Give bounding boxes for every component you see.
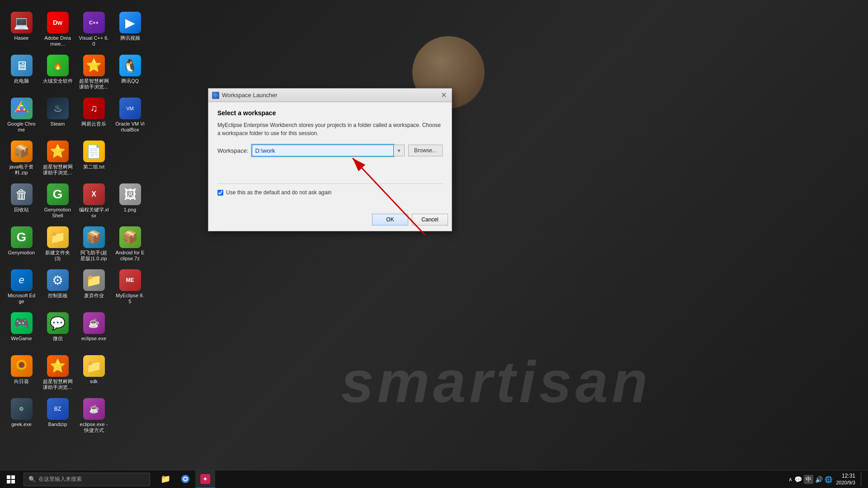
taskbar-app-git[interactable]: ✦ — [195, 470, 215, 488]
desktop-icon-eclipse[interactable]: ☕ eclipse.exe — [77, 310, 111, 350]
desktop-icon-netease[interactable]: ♫ 网易云音乐 — [77, 95, 111, 136]
desktop-icon-mycomputer[interactable]: 🖥 此电脑 — [5, 52, 38, 93]
genymotion2-label: Genymotion — [8, 250, 35, 256]
dialog-description: MyEclipse Enterprise Workbench stores yo… — [217, 121, 443, 137]
desktop-icon-bandizip[interactable]: BZ Bandizip — [41, 395, 75, 436]
dialog-titlebar[interactable]: 🔷 Workspace Launcher ✕ — [208, 89, 452, 102]
smartisan-watermark: smartisan — [341, 348, 651, 416]
wegame-label: WeGame — [11, 336, 32, 342]
360-label: 火绒安全软件 — [43, 78, 73, 84]
desktop-icon-genymotion-shell[interactable]: G Genymotion Shell — [41, 181, 75, 221]
recyclebin-icon: 🗑 — [11, 183, 33, 205]
msedge-label: Microsoft Edge — [6, 293, 37, 305]
desktop-icon-png[interactable]: 🖼 1.png — [113, 181, 147, 221]
sdk-label: sdk — [90, 379, 98, 385]
workspace-input[interactable] — [252, 145, 394, 156]
cancel-button[interactable]: Cancel — [412, 214, 448, 225]
chaostar-icon: ⭐ — [83, 55, 105, 76]
start-button[interactable] — [0, 470, 22, 488]
desktop-icon-controlpanel[interactable]: ⚙ 控制面板 — [41, 267, 75, 307]
xiangri-icon: 🌻 — [11, 355, 33, 377]
dialog-buttons: OK Cancel — [208, 210, 452, 231]
keyword-xlsx-label: 编程关键字.xlsx — [79, 207, 109, 219]
taskbar-search-placeholder: 在这里输入来搜索 — [38, 475, 82, 483]
desktop-icon-geek[interactable]: ⚙ geek.exe — [5, 395, 38, 436]
desktop: smartisan 💻 Hasee Dw Adobe Dreamwe... C+… — [0, 0, 868, 470]
clock-time: 12:31 — [842, 473, 855, 480]
myeclipse-icon: ME — [119, 269, 141, 291]
desktop-icon-afei[interactable]: 📦 阿飞助手(超星版)1.0.zip — [77, 224, 111, 264]
desktop-icon-hasee[interactable]: 💻 Hasee — [5, 9, 38, 50]
dialog-title-text: Workspace Launcher — [222, 92, 439, 99]
desktop-icon-wechat[interactable]: 💬 微信 — [41, 310, 75, 350]
desktop-icon-sdk[interactable]: 📁 sdk — [77, 352, 111, 393]
oraclevm-label: Oracle VM VirtualBox — [115, 121, 145, 133]
msedge-icon: e — [11, 269, 33, 291]
desktop-icon-steam[interactable]: ♨ Steam — [41, 95, 75, 136]
workspace-dropdown-button[interactable]: ▼ — [394, 145, 405, 156]
taskbar-right: ∧ 💬 中 🔊 🌐 12:31 2020/9/3 — [788, 472, 868, 487]
taskbar-app-file-explorer[interactable]: 📁 — [156, 470, 175, 488]
desktop-icon-newfile3[interactable]: 📁 新建文件夹(3) — [41, 224, 75, 264]
desktop-icon-oraclevm[interactable]: VM Oracle VM VirtualBox — [113, 95, 147, 136]
wechat-label: 微信 — [53, 336, 63, 342]
browse-button[interactable]: Browse... — [408, 145, 443, 156]
oraclevm-icon: VM — [119, 98, 141, 119]
desktop-icon-adobe[interactable]: Dw Adobe Dreamwe... — [41, 9, 75, 50]
desktop-icon-android[interactable]: 📦 Android for Eclipse.7z — [113, 224, 147, 264]
desktop-icon-chaostar2[interactable]: ⭐ 超星智慧树网课助手浏览... — [41, 138, 75, 178]
desktop-icon-googlechrome[interactable]: Google Chrome — [5, 95, 38, 136]
default-workspace-label: Use this as the default and do not ask a… — [226, 189, 332, 196]
desktop-icon-wegame[interactable]: 🎮 WeGame — [5, 310, 38, 350]
netease-icon: ♫ — [83, 98, 105, 119]
desktop-icon-360[interactable]: 🔥 火绒安全软件 — [41, 52, 75, 93]
chrome-taskbar-icon — [180, 474, 191, 484]
newfile3-icon: 📁 — [47, 226, 69, 248]
desktop-icon-homework[interactable]: 📁 废弃作业 — [77, 267, 111, 307]
desktop-icon-xiangri[interactable]: 🌻 向日葵 — [5, 352, 38, 393]
geek-label: geek.exe — [11, 422, 32, 427]
show-desktop-button[interactable] — [861, 472, 863, 487]
controlpanel-label: 控制面板 — [48, 293, 68, 299]
taskbar-app-chrome[interactable] — [175, 470, 195, 488]
file-explorer-icon: 📁 — [160, 474, 171, 484]
desktop-icon-file2txt[interactable]: 📄 第二组.txt — [77, 138, 111, 178]
tray-language-icon[interactable]: 中 — [804, 475, 813, 484]
dialog-title-icon: 🔷 — [212, 92, 219, 99]
workspace-row: Workspace: ▼ Browse... — [217, 145, 443, 156]
svg-rect-6 — [11, 475, 15, 479]
desktop-icon-visualcpp[interactable]: C++ Visual C++ 6.0 — [77, 9, 111, 50]
desktop-icon-chaostar3[interactable]: ⭐ 超星智慧树网课助手浏览... — [41, 352, 75, 393]
desktop-icon-chaostar[interactable]: ⭐ 超星智慧树网课助手浏览... — [77, 52, 111, 93]
chaostar2-label: 超星智慧树网课助手浏览... — [42, 164, 73, 176]
desktop-icon-javazip[interactable]: 📦 java电子资料.zip — [5, 138, 38, 178]
360-icon: 🔥 — [47, 55, 69, 76]
taskbar-time[interactable]: 12:31 2020/9/3 — [836, 473, 855, 486]
tray-network-icon[interactable]: 🌐 — [825, 476, 832, 483]
tray-chat-icon[interactable]: 💬 — [794, 476, 802, 483]
tray-expand-icon[interactable]: ∧ — [788, 476, 793, 483]
ok-button[interactable]: OK — [372, 214, 408, 225]
desktop-icon-eclipse-link[interactable]: ☕ eclipse.exe - 快捷方式 — [77, 395, 111, 436]
keyword-xlsx-icon: X — [83, 183, 105, 205]
desktop-icon-genymotion2[interactable]: G Genymotion — [5, 224, 38, 264]
default-workspace-checkbox[interactable] — [217, 190, 223, 196]
homework-icon: 📁 — [83, 269, 105, 291]
taskbar-search[interactable]: 🔍 在这里输入来搜索 — [24, 473, 150, 486]
desktop-icon-tencentvideo[interactable]: ▶ 腾讯视频 — [113, 9, 147, 50]
desktop-icon-keyword-xlsx[interactable]: X 编程关键字.xlsx — [77, 181, 111, 221]
dialog-close-button[interactable]: ✕ — [439, 91, 448, 100]
bandizip-icon: BZ — [47, 398, 69, 420]
git-taskbar-icon: ✦ — [200, 474, 210, 484]
desktop-icon-recyclebin[interactable]: 🗑 回收站 — [5, 181, 38, 221]
desktop-icon-myeclipse[interactable]: ME MyEclipse 8.5 — [113, 267, 147, 307]
dialog-heading: Select a workspace — [217, 109, 443, 117]
tencentqq-label: 腾讯QQ — [121, 78, 139, 84]
desktop-icon-tencentqq[interactable]: 🐧 腾讯QQ — [113, 52, 147, 93]
svg-rect-7 — [7, 480, 10, 483]
desktop-icon-msedge[interactable]: e Microsoft Edge — [5, 267, 38, 307]
tray-volume-icon[interactable]: 🔊 — [815, 476, 823, 483]
hasee-label: Hasee — [14, 35, 29, 41]
recyclebin-label: 回收站 — [14, 207, 29, 213]
mycomputer-label: 此电脑 — [14, 78, 29, 84]
